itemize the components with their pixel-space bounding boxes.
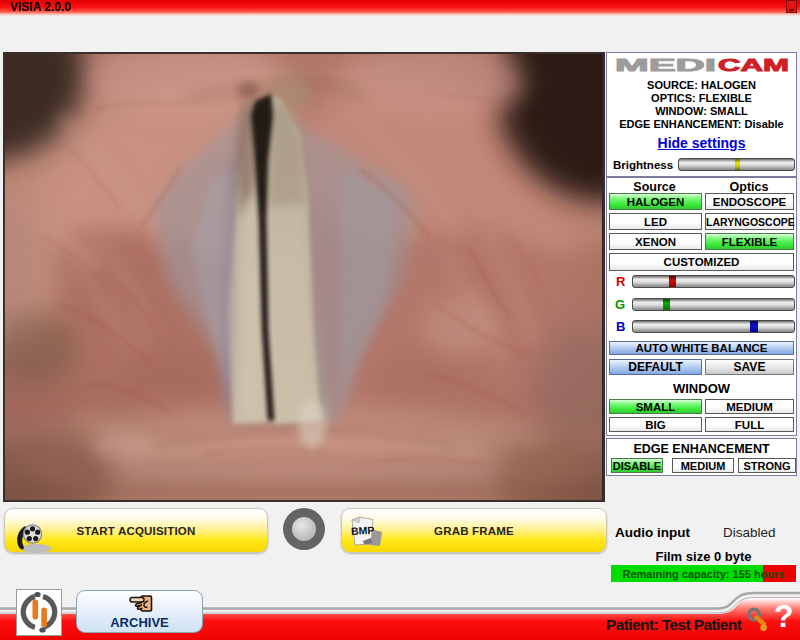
svg-text:BMP: BMP (351, 524, 375, 537)
svg-text:MEDI: MEDI (615, 57, 716, 73)
svg-text:CAM: CAM (718, 57, 789, 73)
